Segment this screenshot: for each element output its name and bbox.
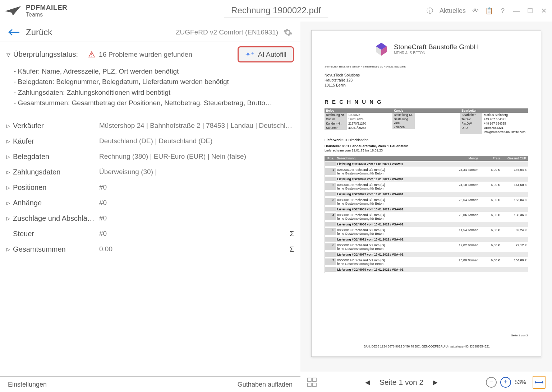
- row-key: Käufer: [13, 137, 99, 145]
- thumbnails-icon[interactable]: [307, 377, 317, 387]
- info-icon[interactable]: ⓘ: [426, 7, 434, 15]
- clipboard-icon[interactable]: 📋: [485, 7, 493, 15]
- zoom-in-button[interactable]: +: [500, 377, 511, 388]
- chevron-right-icon: ▷: [6, 169, 13, 175]
- baustelle: Baustelle: 0001 Landauerstraße, Werk 1 H…: [325, 144, 408, 148]
- zoom-out-button[interactable]: −: [486, 377, 497, 388]
- issue-item: - Belegdaten: Belegnummer, Belegdatum, L…: [14, 76, 290, 87]
- app-edition: Teams: [26, 11, 67, 18]
- next-page-icon[interactable]: ▶: [433, 378, 438, 386]
- row-value: #0: [99, 214, 294, 222]
- lieferscheine-range: Lieferscheine vom 11.01.23 bis 18.01.23: [325, 149, 528, 152]
- separator: [6, 115, 294, 115]
- issues-list: - Käufer: Name, Adresszeile, PLZ, Ort we…: [0, 65, 300, 112]
- sigma-icon[interactable]: Σ: [290, 230, 294, 238]
- pdf-page[interactable]: StoneCraft Baustoffe GmbH MEHR ALS BETON…: [311, 30, 541, 357]
- chevron-right-icon: ▷: [6, 123, 13, 129]
- row-value: Müstershop 24 | Bahnhofstraße 2 | 78453 …: [99, 122, 294, 130]
- company-logo-icon: [374, 41, 389, 56]
- data-row[interactable]: ▷ Zahlungsdaten Überweisung (30) |: [0, 164, 300, 180]
- svg-rect-6: [313, 378, 316, 382]
- app-name: PDFMAILER: [26, 4, 67, 11]
- lieferwerk-value: 01 Hirschlanden: [344, 138, 368, 142]
- svg-rect-7: [308, 383, 311, 387]
- minimize-icon[interactable]: —: [512, 7, 520, 15]
- data-row[interactable]: ▷ Käufer Deutschland (DE) | Deutschland …: [0, 134, 300, 149]
- page-indicator: Seite 1 von 2: [511, 334, 528, 337]
- maximize-icon[interactable]: ☐: [526, 7, 534, 15]
- row-key: Steuer: [13, 230, 99, 238]
- left-footer: Einstellungen Guthaben aufladen: [0, 377, 300, 392]
- settings-link[interactable]: Einstellungen: [8, 381, 47, 388]
- delivery-row: Lieferung #G249079 vom 13.01.2021 / VSA=…: [325, 266, 528, 273]
- row-value: #0: [99, 230, 287, 238]
- ai-autofill-button[interactable]: ✦⁺ AI Autofill: [238, 46, 294, 62]
- delivery-row: Lieferung #G249061 vom 13.01.2021 / VSA=…: [325, 206, 528, 213]
- eye-icon[interactable]: 👁: [472, 7, 479, 15]
- item-row: 300500019 Brechsand 0/2 mm (G)feine Gest…: [325, 197, 528, 206]
- invoice-heading: R E C H N U N G: [325, 99, 528, 105]
- row-key: Verkäufer: [13, 122, 99, 130]
- zoom-level: 53%: [515, 379, 526, 386]
- issue-item: - Gesamtsummen: Gesamtbetrag der Positio…: [14, 98, 290, 108]
- zugferd-profile: ZUGFeRD v2 Comfort (EN16931): [176, 28, 278, 36]
- issue-item: - Zahlungsdaten: Zahlungskonditionen wir…: [14, 87, 290, 98]
- document-title[interactable]: Rechnung 1900022.pdf: [224, 3, 328, 18]
- svg-rect-5: [308, 378, 311, 382]
- lieferwerk-label: Lieferwerk:: [325, 138, 343, 142]
- prev-page-icon[interactable]: ◀: [365, 378, 370, 386]
- form-panel: Zurück ZUGFeRD v2 Comfort (EN16931) ▽ Üb…: [0, 22, 300, 392]
- row-key: Zahlungsdaten: [13, 168, 99, 176]
- help-icon[interactable]: ?: [499, 7, 507, 15]
- data-row[interactable]: ▷ Belegdaten Rechnung (380) | EUR-Euro (…: [0, 149, 300, 164]
- company-name: StoneCraft Baustoffe GmbH: [394, 43, 479, 51]
- fit-width-button[interactable]: ⟷: [533, 376, 546, 389]
- paper-plane-icon: [4, 5, 22, 16]
- data-row[interactable]: ▷ Gesamtsummen 0,00 Σ: [0, 242, 300, 257]
- chevron-right-icon: ▷: [6, 139, 13, 144]
- chevron-right-icon: ▷: [6, 185, 13, 190]
- sigma-icon[interactable]: Σ: [290, 245, 294, 253]
- wand-icon: ✦⁺: [245, 50, 254, 59]
- status-label: Überprüfungsstatus:: [13, 50, 78, 59]
- data-row[interactable]: ▷ Positionen #0: [0, 180, 300, 195]
- item-row: 400500019 Brechsand 0/2 mm (G)feine Gest…: [325, 213, 528, 221]
- data-row[interactable]: ▷ Verkäufer Müstershop 24 | Bahnhofstraß…: [0, 118, 300, 134]
- item-row: 100500019 Brechsand 0/2 mm (G)feine Gest…: [325, 167, 528, 176]
- chevron-down-icon[interactable]: ▽: [6, 52, 10, 57]
- iban-line: IBAN: DE65 1234 5678 9012 3456 78 BIC: G…: [312, 345, 541, 348]
- row-key: Zuschläge und Abschlä…: [13, 214, 99, 223]
- topup-link[interactable]: Guthaben aufladen: [238, 381, 293, 388]
- row-value: Rechnung (380) | EUR-Euro (EUR) | Nein (…: [99, 153, 294, 160]
- sender-line: StoneCraft Baustoffe GmbH · Bausteinweg …: [325, 65, 528, 68]
- items-header: Pos. Bezeichnung Menge Preis Gesamt EUR: [325, 156, 528, 161]
- app-logo: PDFMAILER Teams: [4, 4, 67, 18]
- data-row[interactable]: Steuer #0 Σ: [0, 226, 300, 242]
- status-row: ▽ Überprüfungsstatus: 16 Probleme wurden…: [0, 42, 300, 65]
- delivery-row: Lieferung #G249071 vom 13.01.2021 / VSA=…: [325, 236, 528, 243]
- status-message: 16 Probleme wurden gefunden: [99, 51, 192, 59]
- back-label[interactable]: Zurück: [26, 27, 52, 37]
- delivery-row: Lieferung #G248991 vom 11.01.2021 / VSA=…: [325, 191, 528, 197]
- row-value: 0,00: [99, 245, 287, 253]
- recipient-address: NovusTech SolutionsHauptstraße 12310115 …: [325, 73, 528, 88]
- titlebar: PDFMAILER Teams Rechnung 1900022.pdf ⓘ A…: [0, 0, 552, 22]
- delivery-row: Lieferung #G248990 vom 11.01.2021 / VSA=…: [325, 176, 528, 182]
- row-value: #0: [99, 183, 294, 191]
- gear-icon[interactable]: [283, 28, 293, 37]
- back-arrow-icon[interactable]: [8, 28, 20, 37]
- delivery-row: Lieferung #C196603 vom 11.01.2021 / VSA=…: [325, 161, 528, 167]
- news-label[interactable]: Aktuelles: [440, 7, 466, 15]
- row-value: Überweisung (30) |: [99, 168, 294, 176]
- delivery-row: Lieferung #G249077 vom 13.01.2021 / VSA=…: [325, 251, 528, 258]
- page-counter: Seite 1 von 2: [380, 378, 424, 387]
- warning-icon: [88, 51, 95, 58]
- chevron-right-icon: ▷: [6, 247, 13, 252]
- item-row: 600500019 Brechsand 0/2 mm (G)feine Gest…: [325, 243, 528, 251]
- data-row[interactable]: ▷ Anhänge #0: [0, 195, 300, 211]
- close-icon[interactable]: ✕: [540, 7, 548, 15]
- preview-panel: StoneCraft Baustoffe GmbH MEHR ALS BETON…: [300, 22, 552, 392]
- company-tagline: MEHR ALS BETON: [394, 51, 479, 55]
- data-row[interactable]: ▷ Zuschläge und Abschlä… #0: [0, 211, 300, 226]
- preview-toolbar: ◀ Seite 1 von 2 ▶ − + 53% ⟷: [300, 372, 552, 392]
